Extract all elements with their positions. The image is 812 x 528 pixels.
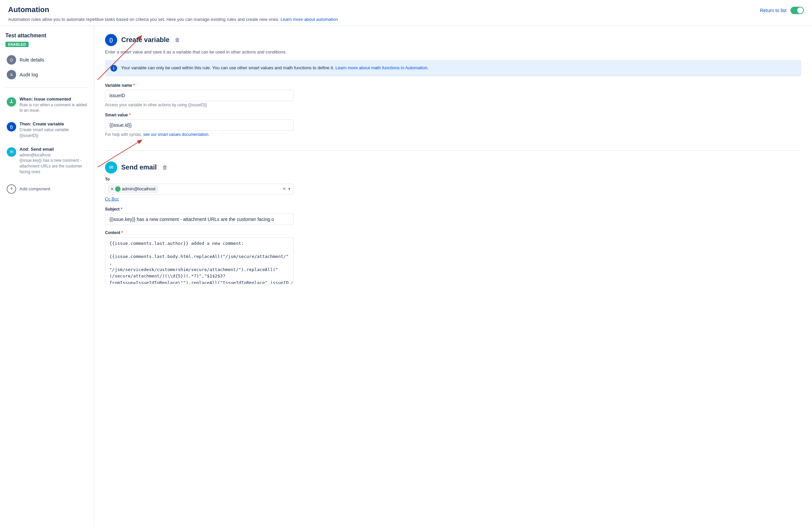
- math-functions-link[interactable]: Learn more about math functions in Autom…: [335, 65, 429, 70]
- when-content: When: Issue commented Rule is run when a…: [19, 96, 87, 114]
- to-field-actions: ✕ ▾: [282, 186, 291, 191]
- learn-more-link[interactable]: Learn more about automation: [280, 17, 338, 22]
- when-desc: Rule is run when a comment is added to a…: [19, 102, 87, 114]
- then-desc: Create smart value variable {{issueID}}: [19, 127, 87, 138]
- and-desc: admin@localhost {{issue.key}} has a new …: [19, 152, 87, 175]
- and-content: And: Send email admin@localhost {{issue.…: [19, 147, 87, 175]
- when-title: When: Issue commented: [19, 96, 87, 102]
- sidebar-nav: ⊙ Rule details ≡ Audit log: [5, 52, 89, 88]
- return-to-list-link[interactable]: Return to list: [760, 8, 786, 13]
- variable-name-input[interactable]: [105, 90, 293, 101]
- info-box: i Your variable can only be used within …: [105, 60, 801, 76]
- page-header: Automation Automation rules allow you to…: [0, 0, 812, 26]
- send-email-title: Send email: [121, 163, 157, 171]
- to-label: To: [105, 177, 801, 182]
- when-step[interactable]: When: Issue commented Rule is run when a…: [5, 93, 89, 117]
- smart-value-hint: For help with syntax, see our smart valu…: [105, 132, 801, 137]
- rule-details-icon: ⊙: [7, 55, 16, 64]
- create-variable-header: {} Create variable 🗑: [105, 34, 801, 46]
- workflow-then: {} Then: Create variable Create smart va…: [5, 118, 89, 142]
- section-divider: [105, 150, 801, 151]
- send-email-header: ✉ Send email 🗑: [105, 162, 801, 174]
- smart-value-input[interactable]: [105, 119, 293, 131]
- sidebar-item-audit-log[interactable]: ≡ Audit log: [5, 67, 89, 82]
- content-textarea[interactable]: {{issue.comments.last.author}} added a n…: [105, 237, 293, 284]
- smart-value-label: Smart value *: [105, 113, 801, 117]
- send-email-delete-icon[interactable]: 🗑: [162, 164, 168, 170]
- to-field[interactable]: ✕ admin@localhost ✕ ▾: [105, 184, 293, 194]
- cc-bcc-link[interactable]: Cc Bcc: [105, 196, 119, 201]
- info-icon: i: [111, 65, 117, 72]
- recipient-label: admin@localhost: [122, 186, 156, 191]
- main-layout: Test attachment ENABLED ⊙ Rule details ≡…: [0, 26, 812, 527]
- workflow-when: When: Issue commented Rule is run when a…: [5, 93, 89, 117]
- send-email-icon: ✉: [105, 162, 117, 174]
- subject-group: Subject *: [105, 207, 801, 225]
- then-content: Then: Create variable Create smart value…: [19, 121, 87, 138]
- rule-name: Test attachment: [5, 33, 89, 39]
- add-component-button[interactable]: + Add component: [5, 181, 89, 197]
- content-group: Content * {{issue.comments.last.author}}…: [105, 230, 801, 285]
- create-variable-subtitle: Enter a smart value and save it as a var…: [105, 49, 801, 55]
- then-title: Then: Create variable: [19, 121, 87, 126]
- create-variable-icon: {}: [105, 34, 117, 46]
- then-step[interactable]: {} Then: Create variable Create smart va…: [5, 118, 89, 142]
- enabled-badge: ENABLED: [5, 42, 29, 47]
- content-area: {} Create variable 🗑 Enter a smart value…: [94, 26, 812, 527]
- sidebar-item-rule-details[interactable]: ⊙ Rule details: [5, 52, 89, 67]
- recipient-remove-icon[interactable]: ✕: [111, 187, 114, 191]
- smart-value-group: Smart value * For help with syntax, see …: [105, 113, 801, 137]
- and-step[interactable]: ✉ And: Send email admin@localhost {{issu…: [5, 143, 89, 178]
- variable-name-label: Variable name *: [105, 83, 801, 88]
- audit-log-icon: ≡: [7, 70, 16, 79]
- info-text: Your variable can only be used within th…: [121, 64, 429, 71]
- then-icon: {}: [7, 122, 16, 132]
- audit-log-label: Audit log: [19, 72, 38, 77]
- content-label: Content *: [105, 230, 801, 235]
- and-title: And: Send email: [19, 147, 87, 152]
- recipient-avatar: [115, 186, 120, 192]
- expand-to-icon[interactable]: ▾: [288, 186, 291, 191]
- create-variable-delete-icon[interactable]: 🗑: [175, 37, 180, 43]
- create-variable-section: {} Create variable 🗑 Enter a smart value…: [105, 34, 801, 137]
- smart-values-doc-link[interactable]: see our smart values documentation.: [143, 132, 209, 137]
- to-field-group: To ✕ admin@localhost ✕ ▾ Cc Bcc: [105, 177, 801, 201]
- rule-details-label: Rule details: [19, 57, 44, 63]
- send-email-section: ✉ Send email 🗑 To ✕ admin@localhost ✕ ▾: [105, 162, 801, 285]
- when-icon: [7, 97, 16, 107]
- header-right: Return to list: [760, 5, 804, 14]
- header-left: Automation Automation rules allow you to…: [8, 5, 760, 23]
- and-icon: ✉: [7, 147, 16, 157]
- create-variable-title: Create variable: [121, 36, 169, 44]
- variable-name-hint: Access your variable in other actions by…: [105, 103, 801, 107]
- recipient-tag: ✕ admin@localhost: [108, 185, 158, 193]
- add-component-label: Add component: [19, 186, 50, 191]
- clear-to-icon[interactable]: ✕: [282, 186, 286, 191]
- page-subtitle: Automation rules allow you to automate r…: [8, 16, 760, 23]
- page-title: Automation: [8, 5, 760, 14]
- sidebar: Test attachment ENABLED ⊙ Rule details ≡…: [0, 26, 94, 527]
- add-icon: +: [7, 184, 16, 194]
- workflow-and: ✉ And: Send email admin@localhost {{issu…: [5, 143, 89, 178]
- subtitle-text: Automation rules allow you to automate r…: [8, 17, 279, 22]
- subject-label: Subject *: [105, 207, 801, 212]
- enable-toggle[interactable]: [791, 7, 804, 14]
- variable-name-group: Variable name * Access your variable in …: [105, 83, 801, 107]
- subject-input[interactable]: [105, 214, 293, 225]
